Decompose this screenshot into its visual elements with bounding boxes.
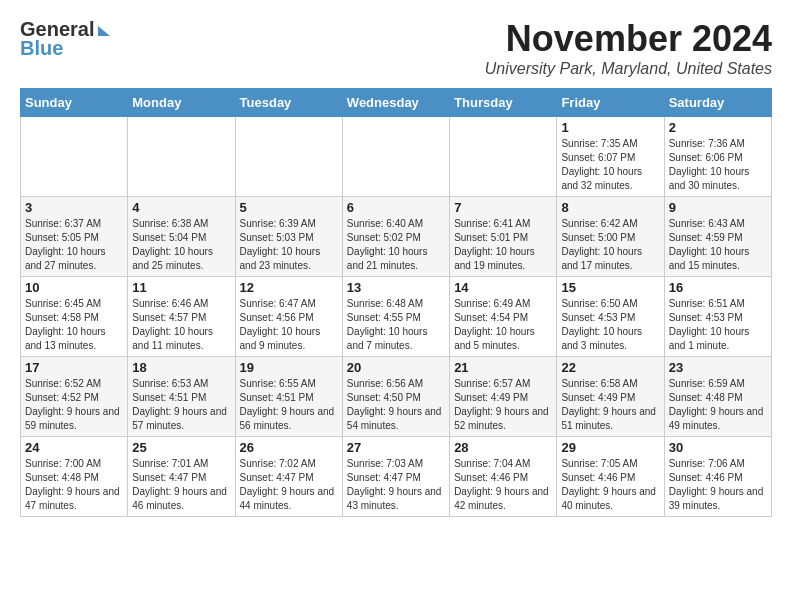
day-number: 8 (561, 200, 659, 215)
day-info: Sunrise: 6:55 AMSunset: 4:51 PMDaylight:… (240, 377, 338, 433)
day-number: 17 (25, 360, 123, 375)
calendar-cell: 23Sunrise: 6:59 AMSunset: 4:48 PMDayligh… (664, 357, 771, 437)
day-number: 3 (25, 200, 123, 215)
day-number: 14 (454, 280, 552, 295)
calendar-cell: 3Sunrise: 6:37 AMSunset: 5:05 PMDaylight… (21, 197, 128, 277)
day-number: 23 (669, 360, 767, 375)
logo-triangle-icon (98, 26, 110, 36)
day-info: Sunrise: 6:53 AMSunset: 4:51 PMDaylight:… (132, 377, 230, 433)
calendar-cell: 2Sunrise: 7:36 AMSunset: 6:06 PMDaylight… (664, 117, 771, 197)
day-number: 20 (347, 360, 445, 375)
logo-blue: Blue (20, 37, 63, 60)
day-info: Sunrise: 6:48 AMSunset: 4:55 PMDaylight:… (347, 297, 445, 353)
day-info: Sunrise: 6:46 AMSunset: 4:57 PMDaylight:… (132, 297, 230, 353)
day-number: 16 (669, 280, 767, 295)
day-number: 21 (454, 360, 552, 375)
calendar-cell: 27Sunrise: 7:03 AMSunset: 4:47 PMDayligh… (342, 437, 449, 517)
day-header-friday: Friday (557, 89, 664, 117)
calendar-table: SundayMondayTuesdayWednesdayThursdayFrid… (20, 88, 772, 517)
day-number: 13 (347, 280, 445, 295)
day-number: 15 (561, 280, 659, 295)
month-title: November 2024 (485, 18, 772, 60)
calendar-cell: 11Sunrise: 6:46 AMSunset: 4:57 PMDayligh… (128, 277, 235, 357)
calendar-cell: 13Sunrise: 6:48 AMSunset: 4:55 PMDayligh… (342, 277, 449, 357)
day-info: Sunrise: 6:49 AMSunset: 4:54 PMDaylight:… (454, 297, 552, 353)
day-number: 9 (669, 200, 767, 215)
calendar-cell (235, 117, 342, 197)
day-info: Sunrise: 7:05 AMSunset: 4:46 PMDaylight:… (561, 457, 659, 513)
day-info: Sunrise: 6:40 AMSunset: 5:02 PMDaylight:… (347, 217, 445, 273)
day-number: 24 (25, 440, 123, 455)
calendar-cell: 10Sunrise: 6:45 AMSunset: 4:58 PMDayligh… (21, 277, 128, 357)
calendar-week-5: 24Sunrise: 7:00 AMSunset: 4:48 PMDayligh… (21, 437, 772, 517)
day-number: 1 (561, 120, 659, 135)
day-info: Sunrise: 6:39 AMSunset: 5:03 PMDaylight:… (240, 217, 338, 273)
day-info: Sunrise: 6:50 AMSunset: 4:53 PMDaylight:… (561, 297, 659, 353)
calendar-cell: 14Sunrise: 6:49 AMSunset: 4:54 PMDayligh… (450, 277, 557, 357)
calendar-cell: 25Sunrise: 7:01 AMSunset: 4:47 PMDayligh… (128, 437, 235, 517)
day-info: Sunrise: 7:06 AMSunset: 4:46 PMDaylight:… (669, 457, 767, 513)
calendar-cell (450, 117, 557, 197)
calendar-cell: 29Sunrise: 7:05 AMSunset: 4:46 PMDayligh… (557, 437, 664, 517)
day-info: Sunrise: 6:42 AMSunset: 5:00 PMDaylight:… (561, 217, 659, 273)
day-number: 6 (347, 200, 445, 215)
day-number: 28 (454, 440, 552, 455)
day-number: 22 (561, 360, 659, 375)
calendar-cell: 1Sunrise: 7:35 AMSunset: 6:07 PMDaylight… (557, 117, 664, 197)
location: University Park, Maryland, United States (485, 60, 772, 78)
calendar-cell: 12Sunrise: 6:47 AMSunset: 4:56 PMDayligh… (235, 277, 342, 357)
calendar-cell (21, 117, 128, 197)
calendar-wrapper: SundayMondayTuesdayWednesdayThursdayFrid… (0, 88, 792, 527)
calendar-cell: 6Sunrise: 6:40 AMSunset: 5:02 PMDaylight… (342, 197, 449, 277)
calendar-cell: 19Sunrise: 6:55 AMSunset: 4:51 PMDayligh… (235, 357, 342, 437)
header-right: November 2024 University Park, Maryland,… (485, 18, 772, 78)
calendar-week-2: 3Sunrise: 6:37 AMSunset: 5:05 PMDaylight… (21, 197, 772, 277)
calendar-cell: 4Sunrise: 6:38 AMSunset: 5:04 PMDaylight… (128, 197, 235, 277)
header-row: SundayMondayTuesdayWednesdayThursdayFrid… (21, 89, 772, 117)
day-info: Sunrise: 6:45 AMSunset: 4:58 PMDaylight:… (25, 297, 123, 353)
day-info: Sunrise: 6:59 AMSunset: 4:48 PMDaylight:… (669, 377, 767, 433)
day-header-tuesday: Tuesday (235, 89, 342, 117)
day-info: Sunrise: 7:35 AMSunset: 6:07 PMDaylight:… (561, 137, 659, 193)
day-header-monday: Monday (128, 89, 235, 117)
calendar-cell (342, 117, 449, 197)
day-number: 25 (132, 440, 230, 455)
calendar-cell: 16Sunrise: 6:51 AMSunset: 4:53 PMDayligh… (664, 277, 771, 357)
calendar-header: SundayMondayTuesdayWednesdayThursdayFrid… (21, 89, 772, 117)
day-header-wednesday: Wednesday (342, 89, 449, 117)
calendar-cell: 7Sunrise: 6:41 AMSunset: 5:01 PMDaylight… (450, 197, 557, 277)
page-header: General Blue November 2024 University Pa… (0, 0, 792, 88)
day-number: 11 (132, 280, 230, 295)
day-header-saturday: Saturday (664, 89, 771, 117)
calendar-cell: 17Sunrise: 6:52 AMSunset: 4:52 PMDayligh… (21, 357, 128, 437)
calendar-cell: 9Sunrise: 6:43 AMSunset: 4:59 PMDaylight… (664, 197, 771, 277)
calendar-cell: 26Sunrise: 7:02 AMSunset: 4:47 PMDayligh… (235, 437, 342, 517)
day-info: Sunrise: 6:37 AMSunset: 5:05 PMDaylight:… (25, 217, 123, 273)
calendar-week-1: 1Sunrise: 7:35 AMSunset: 6:07 PMDaylight… (21, 117, 772, 197)
calendar-cell: 5Sunrise: 6:39 AMSunset: 5:03 PMDaylight… (235, 197, 342, 277)
day-info: Sunrise: 6:43 AMSunset: 4:59 PMDaylight:… (669, 217, 767, 273)
day-number: 4 (132, 200, 230, 215)
day-number: 12 (240, 280, 338, 295)
calendar-cell (128, 117, 235, 197)
calendar-cell: 30Sunrise: 7:06 AMSunset: 4:46 PMDayligh… (664, 437, 771, 517)
day-info: Sunrise: 6:52 AMSunset: 4:52 PMDaylight:… (25, 377, 123, 433)
day-info: Sunrise: 6:58 AMSunset: 4:49 PMDaylight:… (561, 377, 659, 433)
calendar-body: 1Sunrise: 7:35 AMSunset: 6:07 PMDaylight… (21, 117, 772, 517)
day-info: Sunrise: 6:47 AMSunset: 4:56 PMDaylight:… (240, 297, 338, 353)
calendar-week-3: 10Sunrise: 6:45 AMSunset: 4:58 PMDayligh… (21, 277, 772, 357)
calendar-cell: 24Sunrise: 7:00 AMSunset: 4:48 PMDayligh… (21, 437, 128, 517)
day-number: 29 (561, 440, 659, 455)
calendar-cell: 28Sunrise: 7:04 AMSunset: 4:46 PMDayligh… (450, 437, 557, 517)
day-info: Sunrise: 7:36 AMSunset: 6:06 PMDaylight:… (669, 137, 767, 193)
day-number: 5 (240, 200, 338, 215)
day-number: 18 (132, 360, 230, 375)
day-info: Sunrise: 7:00 AMSunset: 4:48 PMDaylight:… (25, 457, 123, 513)
day-number: 26 (240, 440, 338, 455)
calendar-week-4: 17Sunrise: 6:52 AMSunset: 4:52 PMDayligh… (21, 357, 772, 437)
day-info: Sunrise: 6:56 AMSunset: 4:50 PMDaylight:… (347, 377, 445, 433)
calendar-cell: 18Sunrise: 6:53 AMSunset: 4:51 PMDayligh… (128, 357, 235, 437)
day-number: 27 (347, 440, 445, 455)
day-number: 2 (669, 120, 767, 135)
day-number: 7 (454, 200, 552, 215)
